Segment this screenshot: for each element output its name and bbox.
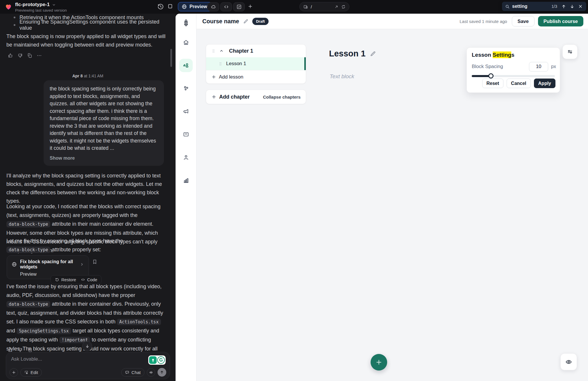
drag-handle-icon[interactable]: [218, 62, 223, 66]
voice-input-button[interactable]: [147, 368, 155, 377]
chevron-down-icon: [52, 3, 56, 7]
nav-announcements[interactable]: [179, 105, 193, 118]
block-spacing-slider[interactable]: [472, 73, 555, 79]
globe-icon: [12, 262, 17, 267]
nav-profile[interactable]: [179, 151, 193, 164]
project-name-label: flc-prototype-1: [15, 2, 50, 8]
block-spacing-label: Block Spacing: [472, 64, 503, 70]
screen: flc-prototype-1 Previewing last saved ve…: [0, 0, 588, 381]
user-message-bubble: the block spacing setting is only correc…: [44, 80, 164, 166]
publish-course-button[interactable]: Publish course: [538, 16, 583, 26]
panel-icon[interactable]: [167, 3, 174, 10]
app-logo-rocket-icon[interactable]: [182, 19, 190, 27]
apply-button[interactable]: Apply: [534, 79, 555, 88]
lesson-heading: Lesson 1: [329, 49, 366, 58]
plus-icon: [211, 94, 217, 99]
course-title: Course name: [202, 18, 239, 25]
chat-panel: Retrieving it when the ActionTools compo…: [0, 14, 176, 381]
globe-icon: [182, 4, 187, 9]
bookmark-icon[interactable]: [92, 259, 98, 265]
add-lesson-button[interactable]: Add lesson: [206, 70, 306, 83]
match-count: 1/3: [552, 4, 557, 9]
timestamp: Apr 8 at 1:41 AM: [0, 74, 176, 78]
project-name[interactable]: flc-prototype-1: [15, 2, 56, 8]
search-input[interactable]: setting: [512, 4, 549, 9]
chat-bubble-icon: [125, 370, 129, 375]
search-icon: [505, 4, 510, 9]
collapse-chapters-button[interactable]: Collapse chapters: [263, 95, 301, 99]
edit-mode-button[interactable]: Edit: [20, 368, 42, 377]
code-chip: ActionTools.tsx: [117, 319, 161, 325]
block-spacing-input[interactable]: 10: [529, 62, 548, 72]
topbar: flc-prototype-1 Previewing last saved ve…: [0, 0, 588, 14]
plus-icon: [375, 359, 383, 366]
chevron-right-icon: [80, 262, 84, 266]
code-button[interactable]: Code: [81, 277, 97, 282]
close-search-icon[interactable]: [578, 3, 583, 9]
url-bar[interactable]: /: [299, 2, 349, 11]
add-chapter-card: Add chapter Collapse chapters: [206, 90, 306, 104]
app-content: Chapter 1 Lesson 1 Add lesson Add chapte…: [196, 29, 588, 381]
nav-community[interactable]: [179, 82, 193, 95]
reset-button[interactable]: Reset: [482, 79, 504, 88]
device-icon: [303, 4, 308, 9]
grammarly-g-icon: G: [157, 356, 165, 364]
chevron-up-icon[interactable]: [219, 49, 224, 53]
thumbs-up-icon[interactable]: [8, 53, 13, 58]
add-tab-icon[interactable]: [248, 4, 253, 9]
add-block-fab[interactable]: [371, 354, 387, 371]
list-item: Ensuring the SpacingSettings component u…: [14, 21, 165, 29]
scroll-to-bottom-button[interactable]: [82, 341, 92, 351]
edit-lesson-title-icon[interactable]: [370, 51, 376, 57]
refresh-icon[interactable]: [341, 5, 346, 9]
chapter-header[interactable]: Chapter 1: [206, 44, 306, 57]
nav-courses[interactable]: [179, 59, 193, 72]
code-chip: data-block-type: [6, 221, 50, 227]
open-external-icon[interactable]: [334, 5, 339, 9]
restore-button[interactable]: Restore: [55, 277, 76, 282]
last-saved-text: Last saved 1 minute ago: [460, 19, 507, 24]
lesson-nav-item[interactable]: Lesson 1: [206, 57, 306, 70]
suggestion-bulb-icon: [149, 356, 157, 364]
chat-input[interactable]: Ask Lovable... G Edit Chat: [6, 352, 170, 379]
next-match-icon[interactable]: [569, 3, 575, 10]
code-chip: SpacingSettings.tsx: [17, 328, 71, 334]
more-options-icon[interactable]: [36, 53, 42, 58]
code-view-button[interactable]: [220, 2, 232, 11]
attach-button[interactable]: [10, 368, 18, 377]
nav-home[interactable]: [179, 36, 193, 49]
prev-match-icon[interactable]: [561, 3, 567, 10]
lesson-settings-panel: Lesson Settings Block Spacing 10 px Rese…: [467, 47, 560, 93]
nav-analytics[interactable]: [179, 174, 193, 187]
preview-label: Preview: [190, 4, 207, 9]
chat-input-placeholder: Ask Lovable...: [11, 356, 42, 362]
grammarly-widget[interactable]: G: [148, 355, 166, 365]
chapter-card: Chapter 1 Lesson 1 Add lesson: [206, 44, 306, 84]
chat-mode-button[interactable]: Chat: [121, 368, 144, 377]
drag-handle-icon[interactable]: [211, 49, 216, 53]
cancel-button[interactable]: Cancel: [507, 79, 530, 88]
app-sidebar-rail: [176, 14, 196, 381]
bullet-dot: [14, 17, 15, 18]
lovable-logo-icon[interactable]: [5, 3, 12, 10]
project-subtitle: Previewing last saved version: [15, 8, 67, 13]
send-button[interactable]: [158, 368, 166, 377]
settings-toggle-button[interactable]: [562, 44, 578, 59]
chat-scrollbar[interactable]: [170, 49, 172, 67]
cloud-button[interactable]: [208, 2, 219, 11]
preview-button[interactable]: Preview: [178, 2, 212, 11]
message-actions: [8, 53, 42, 58]
save-button[interactable]: Save: [512, 16, 535, 26]
add-chapter-button[interactable]: Add chapter: [211, 94, 250, 100]
thumbs-down-icon[interactable]: [17, 53, 23, 58]
nav-inbox[interactable]: [179, 128, 193, 141]
analytics-button[interactable]: [233, 2, 245, 11]
show-more-link[interactable]: Show more: [50, 154, 158, 162]
history-icon[interactable]: [157, 3, 164, 10]
preview-toggle-button[interactable]: [560, 353, 577, 370]
lesson-nav-label: Lesson 1: [226, 61, 246, 67]
text-block-placeholder[interactable]: Text block: [330, 73, 354, 80]
edit-course-title-icon[interactable]: [243, 19, 249, 24]
block-spacing-slider-thumb[interactable]: [488, 73, 494, 79]
copy-icon[interactable]: [27, 53, 33, 58]
